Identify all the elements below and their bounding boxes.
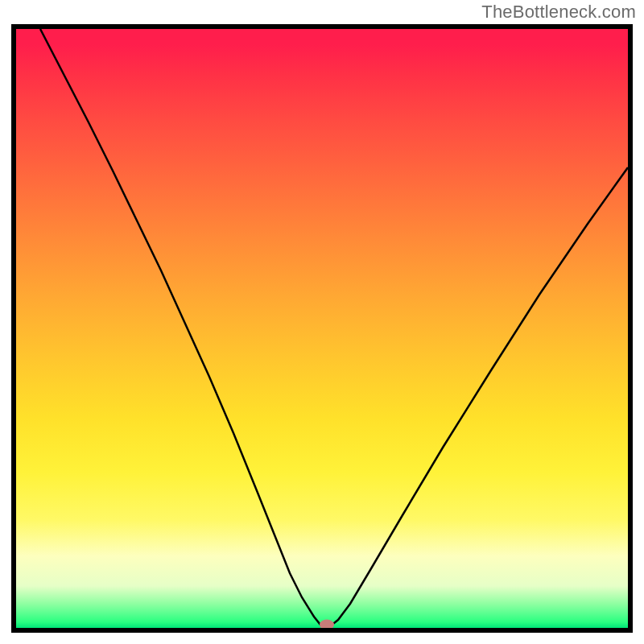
chart-container: TheBottleneck.com [0,0,644,644]
plot-area [16,29,628,628]
curve-path [40,29,628,628]
optimal-point-marker [320,620,334,629]
bottleneck-curve [16,29,628,628]
attribution-label: TheBottleneck.com [481,2,636,23]
